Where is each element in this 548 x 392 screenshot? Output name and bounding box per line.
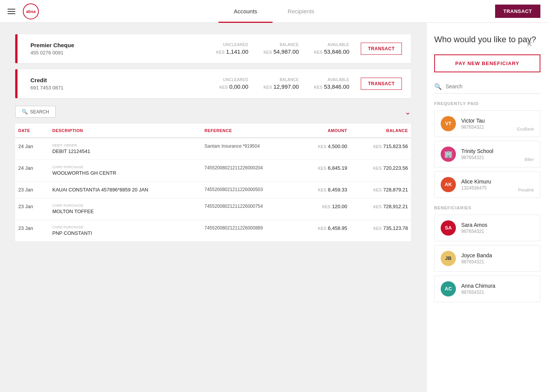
search-icon: 🔍: [22, 109, 28, 115]
beneficiary-info: Alice Kimuru 1324536475: [461, 178, 513, 191]
header: absa Accounts Recipients TRANSACT: [0, 0, 548, 23]
search-field-icon: 🔍: [434, 83, 442, 90]
td-ref: 74552008021211226000754: [201, 198, 298, 220]
td-desc: CARD PURCHASE MOLTON TOFFEE: [49, 198, 202, 220]
search-button[interactable]: 🔍 SEARCH: [15, 106, 56, 118]
td-amount: KES120.00: [298, 198, 350, 220]
table-row: 23 Jan CARD PURCHASE MOLTON TOFFEE 74552…: [15, 198, 411, 220]
menu-icon[interactable]: [8, 9, 15, 14]
account-card-credit: Credit 691 7453 0871 UNCLEARED KES0,00.0…: [15, 69, 411, 98]
main-content: Premier Cheque 455 0276 0091 UNCLEARED K…: [0, 23, 548, 392]
table-row: 24 Jan CARD PURCHASE WOOLWORTHS GH CENTR…: [15, 160, 411, 182]
frequently-paid-card[interactable]: VT Victor Tau 987654321 EcoBank: [434, 110, 540, 137]
td-date: 23 Jan: [15, 220, 49, 242]
table-header-row: DATE DESCRIPTION REFERENCE AMOUNT BALANC…: [15, 124, 411, 138]
uncleared-premier: UNCLEARED KES1,141.00: [216, 43, 248, 55]
col-amount: AMOUNT: [298, 124, 350, 138]
account-name-credit: Credit: [30, 77, 219, 83]
beneficiary-tag: EcoBank: [517, 127, 534, 131]
card-accent: [15, 34, 18, 63]
balance-premier: BALANCE KES54,987.00: [264, 43, 299, 55]
beneficiary-number: 1324536475: [461, 185, 513, 191]
account-number-credit: 691 7453 0871: [30, 85, 219, 91]
avatar: AC: [441, 281, 456, 296]
beneficiary-card[interactable]: SA Sara Amos 987654321: [434, 215, 540, 241]
td-balance: KES715,823.56: [350, 138, 411, 160]
beneficiary-info: Sara Amos 987654321: [461, 222, 534, 234]
available-value-credit: KES53,846.00: [314, 83, 349, 90]
td-amount: KES8,459.33: [298, 182, 350, 198]
pay-new-beneficiary-button[interactable]: PAY NEW BENEFICIARY: [434, 54, 540, 72]
transactions-section: 🔍 SEARCH ⌄ DATE DESCRIPTION REFERENCE AM…: [15, 106, 411, 242]
td-date: 23 Jan: [15, 182, 49, 198]
td-desc: DEBIT ORDER DEBIT 12124541: [49, 138, 202, 160]
beneficiary-tag: Biller: [525, 157, 534, 162]
td-amount: KES4,500.00: [298, 138, 350, 160]
beneficiary-name: Joyce Banda: [461, 252, 534, 258]
download-icon[interactable]: ⌄: [405, 107, 411, 116]
table-row: 23 Jan CARD PURCHASE PNP CONSTANTI 74552…: [15, 220, 411, 242]
right-panel-header: Who would you like to pay? ✕: [434, 34, 540, 45]
nav-tabs: Accounts Recipients: [218, 0, 330, 23]
account-figures-credit: UNCLEARED KES0,00.00 BALANCE KES12,997.0…: [219, 78, 349, 90]
col-description: DESCRIPTION: [49, 124, 202, 138]
td-ref: 74552008021211226000204: [201, 160, 298, 182]
balance-value-credit: KES12,997.00: [264, 83, 299, 90]
frequently-paid-label: FREQUENTLY PAID: [434, 101, 540, 106]
table-row: 23 Jan KAUAI CONSTANTIA 457896*8859 20 J…: [15, 182, 411, 198]
available-premier: AVAILABLE KES53,846.00: [314, 43, 349, 55]
beneficiary-number: 987654321: [461, 259, 534, 265]
logo: absa: [23, 3, 39, 19]
avatar: SA: [441, 220, 456, 236]
avatar: JB: [441, 251, 456, 266]
search-bar-row: 🔍 SEARCH ⌄: [15, 106, 411, 118]
avatar: VT: [441, 116, 456, 131]
beneficiary-search-input[interactable]: [446, 83, 540, 89]
td-ref: Santam Insurance *919504: [201, 138, 298, 160]
frequently-paid-list: VT Victor Tau 987654321 EcoBank 🏢 Trinit…: [434, 110, 540, 198]
avatar: AK: [441, 177, 456, 192]
td-desc: CARD PURCHASE WOOLWORTHS GH CENTR: [49, 160, 202, 182]
td-ref: 74552008021211226000889: [201, 220, 298, 242]
beneficiary-number: 987654321: [461, 229, 534, 234]
card-accent-credit: [15, 69, 18, 98]
balance-value-premier: KES54,987.00: [264, 48, 299, 55]
uncleared-credit: UNCLEARED KES0,00.00: [219, 78, 248, 90]
transact-button[interactable]: TRANSACT: [495, 5, 541, 18]
beneficiary-card[interactable]: JB Joyce Banda 987654321: [434, 245, 540, 272]
col-balance: BALANCE: [350, 124, 411, 138]
left-panel: Premier Cheque 455 0276 0091 UNCLEARED K…: [0, 23, 426, 392]
account-number-premier: 455 0276 0091: [30, 50, 216, 56]
beneficiary-name: Victor Tau: [461, 118, 512, 124]
tab-accounts[interactable]: Accounts: [218, 0, 272, 23]
beneficiary-card[interactable]: AC Anna Chimura 987654321: [434, 276, 540, 302]
beneficiary-tag: Pesalink: [518, 188, 534, 192]
close-button[interactable]: ✕: [526, 40, 533, 48]
account-info-premier: Premier Cheque 455 0276 0091: [24, 42, 216, 56]
beneficiary-number: 987654321: [461, 124, 512, 130]
beneficiary-info: Joyce Banda 987654321: [461, 252, 534, 265]
available-value-premier: KES53,846.00: [314, 48, 349, 55]
td-date: 24 Jan: [15, 160, 49, 182]
col-reference: REFERENCE: [201, 124, 298, 138]
beneficiary-info: Trinity School 987654321: [461, 148, 519, 160]
beneficiary-number: 987654321: [461, 290, 534, 295]
account-transact-credit[interactable]: TRANSACT: [361, 78, 402, 90]
beneficiary-info: Victor Tau 987654321: [461, 118, 512, 130]
td-date: 24 Jan: [15, 138, 49, 160]
tab-recipients[interactable]: Recipients: [272, 0, 330, 23]
account-card-premier: Premier Cheque 455 0276 0091 UNCLEARED K…: [15, 34, 411, 63]
avatar: 🏢: [441, 147, 456, 162]
beneficiary-search-field[interactable]: 🔍: [434, 80, 540, 94]
td-ref: 74552008021211226000503: [201, 182, 298, 198]
account-transact-premier[interactable]: TRANSACT: [361, 43, 402, 55]
frequently-paid-card[interactable]: AK Alice Kimuru 1324536475 Pesalink: [434, 171, 540, 198]
col-date: DATE: [15, 124, 49, 138]
td-amount: KES6,845.19: [298, 160, 350, 182]
td-desc: CARD PURCHASE PNP CONSTANTI: [49, 220, 202, 242]
frequently-paid-card[interactable]: 🏢 Trinity School 987654321 Biller: [434, 141, 540, 167]
td-balance: KES728,912.21: [350, 198, 411, 220]
td-balance: KES720,223.56: [350, 160, 411, 182]
transactions-table: DATE DESCRIPTION REFERENCE AMOUNT BALANC…: [15, 124, 411, 242]
beneficiary-name: Trinity School: [461, 148, 519, 154]
